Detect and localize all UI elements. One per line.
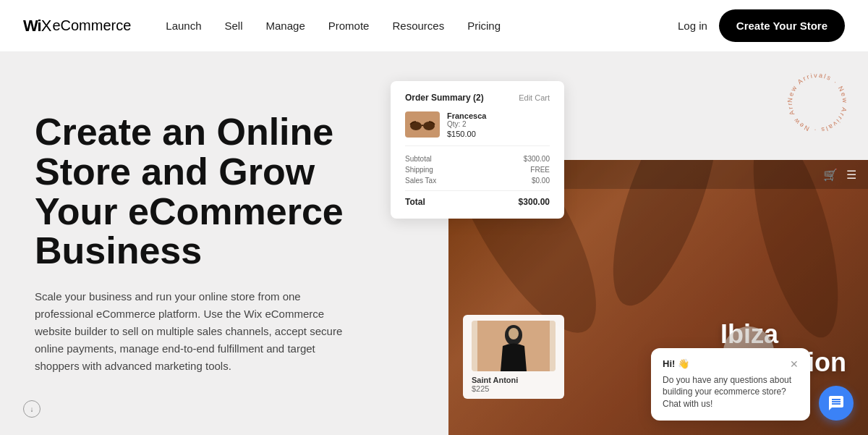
svg-point-7 [509,328,519,339]
store-product-name: Saint Antoni [472,376,556,384]
tax-value: $0.00 [532,177,550,185]
product-image [405,111,440,138]
subtotal-value: $300.00 [524,155,550,163]
store-product-card: Saint Antoni $225 [463,315,564,399]
chat-bubble-icon [827,394,845,412]
store-product-image [472,321,556,371]
chat-widget: Hi! 👋 ✕ Do you have any questions about … [651,348,810,421]
nav-launch[interactable]: Launch [166,20,201,32]
product-info: Francesca Qty: 2 $150.00 [447,111,550,138]
hero-subtitle: Scale your business and run your online … [35,288,353,375]
logo-ecommerce: eCommerce [52,17,131,34]
hero-visuals: Order Summary (2) Edit Cart Francesca [362,52,868,435]
chat-bubble-button[interactable] [819,386,854,421]
main-nav: Launch Sell Manage Promote Resources Pri… [166,20,678,32]
order-card-header: Order Summary (2) Edit Cart [405,93,550,103]
total-label: Total [405,197,425,207]
header-actions: Log in Create Your Store [678,9,845,42]
nav-resources[interactable]: Resources [392,20,444,32]
main-header: WiX eCommerce Launch Sell Manage Promote… [0,0,868,52]
hero-text: Create an Online Store and Grow Your eCo… [35,112,382,374]
shipping-label: Shipping [405,166,433,174]
tax-line: Sales Tax $0.00 [405,177,550,185]
total-line: Total $300.00 [405,190,550,207]
order-product: Francesca Qty: 2 $150.00 [405,111,550,146]
shipping-line: Shipping FREE [405,166,550,174]
product-price: $150.00 [447,130,550,138]
subtotal-label: Subtotal [405,155,432,163]
new-arrivals-circle: New Arrivals · New Arrivals · New Arriva… [781,67,854,139]
login-link[interactable]: Log in [678,20,707,32]
nav-promote[interactable]: Promote [328,20,370,32]
order-summary-card: Order Summary (2) Edit Cart Francesca [391,81,564,219]
nav-sell[interactable]: Sell [225,20,243,32]
shipping-value: FREE [530,166,550,174]
subtotal-line: Subtotal $300.00 [405,155,550,163]
logo-wix: WiX [23,17,51,35]
nav-pricing[interactable]: Pricing [467,20,501,32]
order-card-title: Order Summary (2) [405,93,484,103]
hero-title: Create an Online Store and Grow Your eCo… [35,112,382,270]
svg-text:New Arrivals · New Arrivals · : New Arrivals · New Arrivals · New Arriva… [781,67,848,134]
logo-area[interactable]: WiX eCommerce [23,17,131,35]
chat-close-icon[interactable]: ✕ [790,358,799,370]
product-name: Francesca [447,111,550,120]
chat-header: Hi! 👋 ✕ [663,358,799,370]
cart-icon: 🛒 [823,168,838,182]
store-product-price: $225 [472,384,556,393]
total-value: $300.00 [519,197,550,207]
hero-section: Create an Online Store and Grow Your eCo… [0,52,868,435]
chat-message: Do you have any questions about building… [663,374,799,410]
create-store-button[interactable]: Create Your Store [719,9,845,42]
scroll-circle: ↓ [23,400,41,418]
nav-manage[interactable]: Manage [266,20,305,32]
product-qty: Qty: 2 [447,120,550,128]
edit-cart-link[interactable]: Edit Cart [519,93,550,102]
menu-icon: ☰ [846,168,856,182]
chat-greeting: Hi! 👋 [663,358,689,369]
tax-label: Sales Tax [405,177,436,185]
scroll-indicator: ↓ [23,400,41,418]
